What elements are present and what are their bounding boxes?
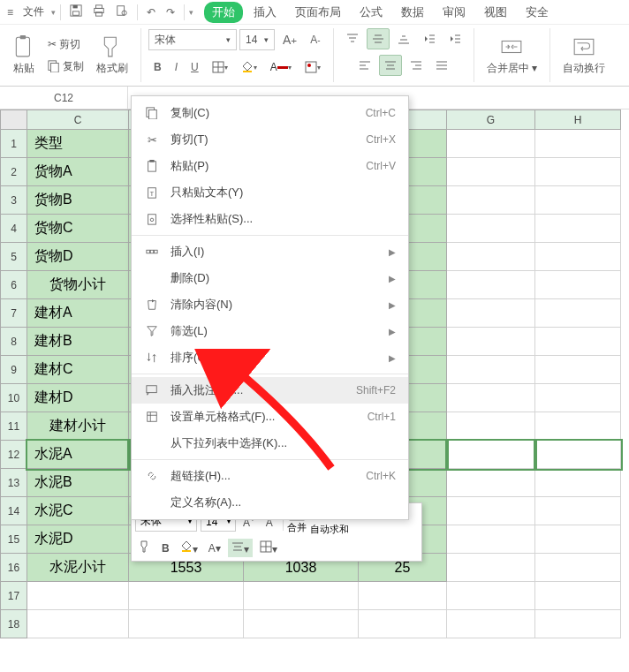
cell[interactable] [535, 412, 621, 441]
col-header[interactable]: H [535, 110, 621, 130]
increase-font-button[interactable]: A+ [277, 28, 302, 51]
hamburger-icon[interactable]: ≡ [4, 6, 16, 19]
cell[interactable] [447, 243, 535, 271]
cell[interactable] [27, 582, 129, 610]
cell[interactable] [447, 299, 535, 328]
row-header[interactable]: 3 [1, 186, 27, 215]
select-all-corner[interactable] [1, 110, 27, 130]
underline-button[interactable]: U [186, 57, 204, 78]
cell[interactable]: 水泥B [27, 469, 129, 497]
ctx-l[interactable]: 筛选(L)▶ [132, 318, 408, 344]
tab-review[interactable]: 审阅 [435, 2, 474, 23]
ctx-k[interactable]: 从下拉列表中选择(K)... [132, 430, 408, 457]
cell[interactable]: 建材A [27, 299, 129, 328]
tab-data[interactable]: 数据 [393, 2, 432, 23]
paste-button[interactable]: 粘贴 [7, 33, 41, 79]
ctx-i[interactable]: 插入(I)▶ [132, 238, 408, 265]
row-header[interactable]: 6 [1, 271, 27, 299]
save-icon[interactable] [65, 2, 87, 22]
cell[interactable]: 水泥D [27, 525, 129, 554]
ctx-t[interactable]: ✂剪切(T)Ctrl+X [132, 126, 408, 153]
cell[interactable] [447, 130, 535, 158]
copy-button[interactable]: 复制 [44, 57, 87, 76]
align-middle-button[interactable] [367, 28, 390, 49]
cell[interactable] [447, 215, 535, 243]
cell[interactable] [447, 497, 535, 525]
align-center-button[interactable] [379, 55, 402, 76]
wrap-text-button[interactable]: 自动换行 [557, 33, 610, 79]
cell[interactable]: 货物D [27, 243, 129, 271]
cell[interactable] [535, 328, 621, 356]
cell[interactable] [244, 582, 359, 610]
chevron-down-icon[interactable]: ▾ [51, 8, 56, 17]
row-header[interactable]: 15 [1, 525, 27, 554]
cell[interactable] [447, 158, 535, 186]
cell[interactable] [535, 525, 621, 554]
cell[interactable]: 货物C [27, 215, 129, 243]
cell[interactable] [535, 299, 621, 328]
mini-borders[interactable]: ▾ [256, 539, 281, 557]
row-header[interactable]: 9 [1, 356, 27, 384]
cell[interactable]: 水泥小计 [27, 554, 129, 582]
cell[interactable] [535, 554, 621, 582]
cell[interactable] [535, 469, 621, 497]
cell[interactable] [447, 384, 535, 412]
cell[interactable]: 建材C [27, 356, 129, 384]
ctx-s[interactable]: 选择性粘贴(S)... [132, 206, 408, 232]
cell[interactable] [535, 356, 621, 384]
mini-fill[interactable]: ▾ [177, 539, 201, 557]
row-header[interactable]: 4 [1, 215, 27, 243]
align-bottom-button[interactable] [392, 28, 415, 49]
cell[interactable] [447, 469, 535, 497]
mini-bold[interactable]: B [158, 540, 173, 556]
cell[interactable] [447, 328, 535, 356]
print-preview-icon[interactable] [111, 2, 133, 22]
bold-button[interactable]: B [148, 57, 167, 78]
cell[interactable] [535, 582, 621, 610]
row-header[interactable]: 7 [1, 299, 27, 328]
chevron-down-icon[interactable]: ▾ [189, 8, 193, 17]
justify-button[interactable] [430, 55, 453, 76]
cell[interactable]: 水泥C [27, 497, 129, 525]
tab-formula[interactable]: 公式 [352, 2, 390, 23]
name-box[interactable]: C12 [0, 87, 128, 109]
cell[interactable]: 水泥A [27, 441, 129, 469]
tab-start[interactable]: 开始 [204, 2, 243, 23]
cell[interactable]: 货物B [27, 186, 129, 215]
decrease-font-button[interactable]: A- [305, 29, 325, 50]
cell[interactable] [129, 610, 244, 638]
row-header[interactable]: 1 [1, 130, 27, 158]
borders-button[interactable]: ▾ [207, 57, 233, 78]
row-header[interactable]: 14 [1, 497, 27, 525]
ctx-h[interactable]: 超链接(H)...Ctrl+K [132, 463, 408, 489]
font-name-select[interactable]: 宋体▾ [148, 29, 237, 50]
increase-indent-button[interactable] [443, 28, 466, 49]
mini-align[interactable]: ▾ [228, 539, 253, 557]
row-header[interactable]: 18 [1, 610, 27, 638]
align-top-button[interactable] [341, 28, 364, 49]
tab-insert[interactable]: 插入 [246, 2, 284, 23]
row-header[interactable]: 17 [1, 582, 27, 610]
cell[interactable] [447, 356, 535, 384]
cell[interactable] [535, 271, 621, 299]
print-icon[interactable] [88, 2, 110, 22]
cell[interactable] [535, 243, 621, 271]
redo-icon[interactable]: ↷ [162, 4, 179, 21]
cell[interactable] [535, 497, 621, 525]
ctx-d[interactable]: 删除(D)▶ [132, 265, 408, 291]
cell[interactable] [244, 610, 359, 638]
cell[interactable] [535, 384, 621, 412]
cell[interactable] [535, 158, 621, 186]
cell[interactable]: 建材B [27, 328, 129, 356]
merge-cells-button[interactable]: 合并居中 ▾ [481, 33, 542, 79]
ctx-f[interactable]: 设置单元格格式(F)...Ctrl+1 [132, 404, 408, 430]
tab-security[interactable]: 安全 [518, 2, 557, 23]
cell[interactable] [27, 610, 129, 638]
cell[interactable] [447, 582, 535, 610]
cell[interactable] [535, 215, 621, 243]
ctx-a[interactable]: 定义名称(A)... [132, 489, 408, 516]
italic-button[interactable]: I [170, 57, 183, 78]
row-header[interactable]: 11 [1, 412, 27, 441]
align-right-button[interactable] [405, 55, 428, 76]
align-left-button[interactable] [353, 55, 376, 76]
